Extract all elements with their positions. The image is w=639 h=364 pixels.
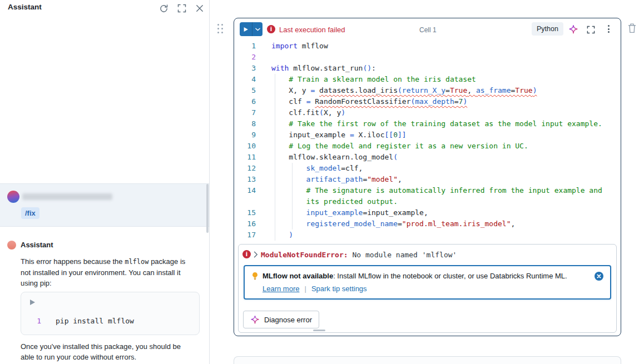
user-name-redacted <box>22 193 112 200</box>
code-line[interactable]: its predicted output. <box>234 196 620 207</box>
assistant-paragraph: This error happens because the mlflow pa… <box>21 256 191 288</box>
line-number: 13 <box>234 174 256 185</box>
refresh-icon[interactable] <box>159 4 169 13</box>
error-name: ModuleNotFoundError: <box>261 251 348 259</box>
error-message: No module named 'mlflow' <box>353 251 457 259</box>
code-line[interactable]: 12 sk_model=clf, <box>234 163 620 174</box>
code-line[interactable]: 11 mlflow.sklearn.log_model( <box>234 152 620 163</box>
indent-guide <box>275 129 275 141</box>
error-status-icon: i <box>267 25 275 33</box>
line-number: 6 <box>234 96 256 107</box>
tip-links: Learn more | Spark tip settings <box>262 285 367 293</box>
play-icon[interactable] <box>240 22 252 36</box>
line-number: 2 <box>234 52 256 63</box>
code-line[interactable]: 16 registered_model_name="prod.ml_team.i… <box>234 218 620 230</box>
line-number <box>234 196 256 207</box>
error-summary: ModuleNotFoundError:No module named 'mlf… <box>261 251 457 259</box>
run-snippet-icon[interactable] <box>30 300 35 305</box>
cell-menu-kebab-icon[interactable] <box>606 24 612 33</box>
assistant-panel: Assistant /fix Assistant This error happ… <box>0 0 210 364</box>
code-line[interactable]: 1import mlflow <box>234 41 620 52</box>
user-avatar <box>7 191 19 203</box>
indent-guide <box>275 152 275 163</box>
code-line[interactable]: 10 # Log the model and register it as a … <box>234 141 620 152</box>
assistant-sparkle-icon[interactable] <box>568 24 578 34</box>
line-number: 8 <box>234 118 256 129</box>
code-line[interactable]: 14 # The signature is automatically infe… <box>234 185 620 196</box>
line-number: 14 <box>234 185 256 196</box>
expand-traceback-icon[interactable] <box>254 251 258 258</box>
indent-guide <box>275 74 275 85</box>
tip-title: MLflow not available <box>262 272 333 280</box>
assistant-author: Assistant <box>21 241 53 249</box>
line-number: 9 <box>234 129 256 141</box>
maximize-cell-icon[interactable] <box>587 26 595 34</box>
link-divider: | <box>304 285 306 293</box>
expand-panel-icon[interactable] <box>177 4 187 13</box>
line-number: 17 <box>234 230 256 241</box>
code-line[interactable]: 3with mlflow.start_run(): <box>234 63 620 74</box>
line-number: 15 <box>234 207 256 218</box>
run-options-caret[interactable] <box>252 22 262 36</box>
code-editor[interactable]: 1import mlflow23with mlflow.start_run():… <box>234 41 620 241</box>
code-line[interactable]: 8 # Take the first row of the training d… <box>234 118 620 129</box>
line-number: 3 <box>234 63 256 74</box>
indent-guide <box>275 185 275 196</box>
tip-body: : Install MLflow in the notebook or clus… <box>333 272 567 280</box>
indent-guide <box>292 174 293 185</box>
delete-cell-icon[interactable] <box>627 23 637 33</box>
line-number: 1 <box>234 41 256 52</box>
inline-code: mlflow <box>125 258 148 266</box>
notebook-cell: i Last execution failed Cell 1 Python 1i… <box>234 18 621 336</box>
code-line[interactable]: 7 clf.fit(X, y) <box>234 107 620 118</box>
indent-guide <box>292 185 293 196</box>
fix-command-chip[interactable]: /fix <box>21 207 39 219</box>
assistant-paragraph-2: Once you've installed this package, you … <box>21 341 194 362</box>
language-selector[interactable]: Python <box>532 22 563 36</box>
run-cell-button[interactable] <box>240 22 262 36</box>
execution-status: Last execution failed <box>279 26 345 34</box>
line-number: 4 <box>234 74 256 85</box>
indent-guide <box>275 207 275 218</box>
lightbulb-icon <box>251 272 259 281</box>
panel-title: Assistant <box>8 3 42 11</box>
diagnose-error-button[interactable]: Diagnose error <box>243 311 319 328</box>
snippet-line-number: 1 <box>21 317 41 325</box>
indent-guide <box>275 230 275 241</box>
cell-drag-handle-icon[interactable] <box>217 24 223 33</box>
snippet-line: 1pip install mlflow <box>21 317 134 325</box>
indent-guide <box>292 196 293 207</box>
cell-output: i ModuleNotFoundError:No module named 'm… <box>238 244 617 333</box>
line-number: 16 <box>234 218 256 230</box>
line-number: 10 <box>234 141 256 152</box>
indent-guide <box>275 163 275 174</box>
code-line[interactable]: 17 ) <box>234 230 620 241</box>
indent-guide <box>275 196 275 207</box>
learn-more-link[interactable]: Learn more <box>262 285 299 293</box>
indent-guide <box>275 141 275 152</box>
sparkle-icon <box>250 315 260 325</box>
code-line[interactable]: 6 clf = RandomForestClassifier(max_depth… <box>234 96 620 107</box>
indent-guide <box>292 218 293 230</box>
output-scrollbar[interactable] <box>313 330 325 331</box>
panel-scrollbar[interactable] <box>206 184 209 233</box>
indent-guide <box>292 163 293 174</box>
mlflow-tip-banner: MLflow not available: Install MLflow in … <box>244 265 611 300</box>
tip-text: MLflow not available: Install MLflow in … <box>262 272 567 280</box>
close-panel-icon[interactable] <box>195 4 205 13</box>
cell-label: Cell 1 <box>419 26 437 34</box>
code-line[interactable]: 13 artifact_path="model", <box>234 174 620 185</box>
code-line[interactable]: 4 # Train a sklearn model on the iris da… <box>234 74 620 85</box>
line-number: 11 <box>234 152 256 163</box>
code-line[interactable]: 2 <box>234 52 620 63</box>
code-line[interactable]: 9 input_example = X.iloc[[0]] <box>234 129 620 141</box>
indent-guide <box>275 218 275 230</box>
code-line[interactable]: 5 X, y = datasets.load_iris(return_X_y=T… <box>234 85 620 96</box>
indent-guide <box>275 85 275 96</box>
next-cell-stub[interactable] <box>234 356 621 364</box>
dismiss-tip-icon[interactable] <box>595 272 603 281</box>
code-line[interactable]: 15 input_example=input_example, <box>234 207 620 218</box>
snippet-code: pip install mlflow <box>56 317 134 325</box>
error-squiggle: RandomForestClassifier(max_depth=7) <box>315 97 467 106</box>
spark-tip-settings-link[interactable]: Spark tip settings <box>311 285 367 293</box>
